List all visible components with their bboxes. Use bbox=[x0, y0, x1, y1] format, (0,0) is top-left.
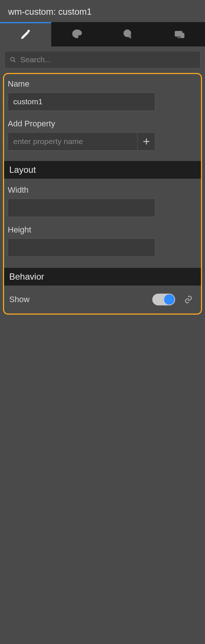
search-input[interactable] bbox=[20, 55, 196, 64]
tab-device[interactable] bbox=[154, 22, 205, 46]
height-label: Height bbox=[8, 225, 197, 235]
palette-icon bbox=[71, 28, 83, 40]
section-header-layout[interactable]: Layout bbox=[4, 161, 201, 179]
section-header-behavior[interactable]: Behavior bbox=[4, 268, 201, 286]
pencil-icon bbox=[20, 28, 32, 40]
properties-panel: Name Add Property Layout Width Height Be… bbox=[3, 73, 202, 315]
svg-point-6 bbox=[11, 57, 14, 61]
link-icon bbox=[184, 295, 193, 304]
svg-line-7 bbox=[14, 61, 15, 62]
toggle-knob bbox=[164, 294, 174, 305]
svg-point-0 bbox=[74, 33, 75, 34]
show-bind-button[interactable] bbox=[181, 295, 196, 304]
search-input-wrap[interactable] bbox=[4, 51, 201, 69]
height-input[interactable] bbox=[8, 238, 155, 257]
svg-rect-5 bbox=[181, 33, 184, 38]
svg-point-2 bbox=[78, 32, 79, 33]
cursor-icon bbox=[122, 28, 134, 40]
width-label: Width bbox=[8, 185, 197, 195]
name-label: Name bbox=[8, 79, 197, 89]
tab-properties[interactable] bbox=[0, 22, 51, 46]
panel-title: wm-custom: custom1 bbox=[0, 0, 205, 22]
devices-icon bbox=[174, 28, 185, 40]
tab-events[interactable] bbox=[102, 22, 154, 46]
plus-icon bbox=[141, 136, 152, 147]
add-property-button[interactable] bbox=[137, 132, 155, 151]
tab-bar bbox=[0, 22, 205, 46]
svg-point-1 bbox=[76, 31, 77, 32]
name-input[interactable] bbox=[8, 92, 155, 111]
add-property-input[interactable] bbox=[8, 132, 137, 151]
show-toggle[interactable] bbox=[152, 294, 175, 305]
tab-style[interactable] bbox=[51, 22, 102, 46]
show-label: Show bbox=[9, 295, 146, 304]
width-input[interactable] bbox=[8, 199, 155, 217]
add-property-label: Add Property bbox=[8, 119, 197, 129]
search-icon bbox=[9, 56, 17, 63]
